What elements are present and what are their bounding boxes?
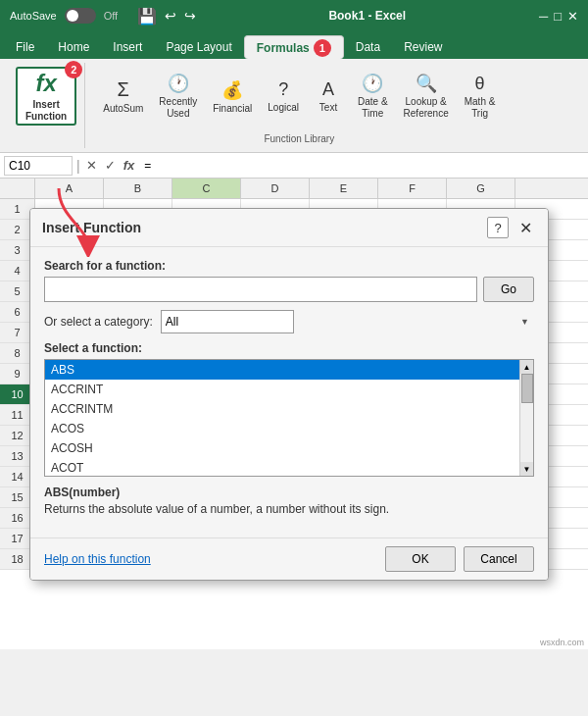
tab-pagelayout[interactable]: Page Layout <box>154 35 243 59</box>
scroll-up-btn[interactable]: ▲ <box>520 360 534 374</box>
scroll-thumb[interactable] <box>521 374 533 403</box>
title-bar-right: ─ □ ✕ <box>539 9 578 24</box>
category-select[interactable]: All Financial Date & Time Math & Trig St… <box>161 310 294 333</box>
lookup-label: Lookup &Reference <box>404 96 449 120</box>
close-btn[interactable]: ✕ <box>567 9 578 24</box>
autosave-label: AutoSave <box>10 10 57 22</box>
dialog-footer-buttons: OK Cancel <box>385 546 534 572</box>
column-header-row: A B C D E F G <box>0 179 588 199</box>
text-button[interactable]: A Text <box>309 67 348 126</box>
go-button[interactable]: Go <box>483 277 534 302</box>
autosum-button[interactable]: Σ AutoSum <box>97 67 149 126</box>
toggle-state-text: Off <box>104 10 118 22</box>
cell-name-box[interactable] <box>4 156 73 176</box>
ok-button[interactable]: OK <box>385 546 456 572</box>
tab-file[interactable]: File <box>4 35 46 59</box>
financial-label: Financial <box>213 103 252 114</box>
confirm-icon[interactable]: ✓ <box>103 158 118 173</box>
text-label: Text <box>319 102 337 113</box>
tab-data[interactable]: Data <box>344 35 392 59</box>
dialog-help-button[interactable]: ? <box>487 217 509 238</box>
scrollbar[interactable]: ▲ ▼ <box>519 360 533 476</box>
dialog-controls: ? ✕ <box>487 217 536 238</box>
datetime-label: Date &Time <box>358 96 388 120</box>
function-label: Select a function: <box>44 341 534 355</box>
title-bar: AutoSave Off 💾 ↩ ↪ Book1 - Excel ─ □ ✕ <box>0 0 588 31</box>
financial-icon: 💰 <box>221 79 243 101</box>
ribbon-content: fx InsertFunction 2 Σ AutoSum 🕐 Recently… <box>0 59 588 153</box>
tab-insert[interactable]: Insert <box>101 35 154 59</box>
cancel-icon[interactable]: ✕ <box>84 158 99 173</box>
ribbon-group-insert-function: fx InsertFunction 2 <box>8 63 85 148</box>
tab-home[interactable]: Home <box>46 35 101 59</box>
math-button[interactable]: θ Math &Trig <box>459 67 502 126</box>
scroll-track <box>521 374 533 462</box>
cancel-button[interactable]: Cancel <box>464 546 534 572</box>
function-item-acot[interactable]: ACOT <box>45 458 519 476</box>
save-icon[interactable]: 💾 <box>137 7 157 26</box>
function-library-buttons: Σ AutoSum 🕐 RecentlyUsed 💰 Financial ? L… <box>97 67 501 126</box>
math-icon: θ <box>475 74 485 94</box>
minimize-btn[interactable]: ─ <box>539 9 548 24</box>
formula-input[interactable] <box>140 157 584 175</box>
insert-function-label: InsertFunction <box>25 99 67 123</box>
function-item-accrintm[interactable]: ACCRINTM <box>45 399 519 419</box>
search-input[interactable] <box>44 277 477 302</box>
recently-used-label: RecentlyUsed <box>159 96 197 120</box>
financial-button[interactable]: 💰 Financial <box>207 67 258 126</box>
ribbon-group-function-library: Σ AutoSum 🕐 RecentlyUsed 💰 Financial ? L… <box>89 63 509 148</box>
function-item-accrint[interactable]: ACCRINT <box>45 380 519 399</box>
title-bar-left: AutoSave Off 💾 ↩ ↪ <box>10 7 196 26</box>
autosave-toggle[interactable] <box>65 8 96 24</box>
datetime-icon: 🕐 <box>362 73 383 94</box>
undo-icon[interactable]: ↩ <box>165 8 176 24</box>
function-item-acosh[interactable]: ACOSH <box>45 438 519 458</box>
function-item-acos[interactable]: ACOS <box>45 419 519 438</box>
col-header-b[interactable]: B <box>104 179 172 198</box>
watermark: wsxdn.com <box>540 638 584 647</box>
formula-bar: | ✕ ✓ fx <box>0 153 588 179</box>
text-icon: A <box>322 79 334 100</box>
function-signature: ABS(number) <box>44 486 120 499</box>
logical-label: Logical <box>268 102 299 113</box>
category-select-wrapper: All Financial Date & Time Math & Trig St… <box>161 310 534 333</box>
tab-formulas[interactable]: Formulas 1 <box>244 35 344 59</box>
logical-button[interactable]: ? Logical <box>262 67 305 126</box>
function-list-container: ABSACCRINTACCRINTMACOSACOSHACOTACOTH ▲ ▼ <box>44 359 534 477</box>
recently-used-button[interactable]: 🕐 RecentlyUsed <box>153 67 203 126</box>
category-label: Or select a category: <box>44 315 153 329</box>
lookup-icon: 🔍 <box>416 73 437 94</box>
ribbon-tab-bar: File Home Insert Page Layout Formulas 1 … <box>0 31 588 59</box>
col-header-c[interactable]: C <box>172 179 241 198</box>
badge-1: 1 <box>314 39 331 57</box>
col-header-g[interactable]: G <box>447 179 515 198</box>
dialog-body: Search for a function: Go Or select a ca… <box>30 247 548 537</box>
help-link[interactable]: Help on this function <box>44 552 151 566</box>
formula-bar-divider: | <box>76 158 80 174</box>
col-header-f[interactable]: F <box>378 179 447 198</box>
fx-large-icon: fx <box>35 70 56 97</box>
redo-icon[interactable]: ↪ <box>184 8 196 24</box>
col-header-e[interactable]: E <box>310 179 378 198</box>
corner-cell <box>0 179 35 198</box>
lookup-button[interactable]: 🔍 Lookup &Reference <box>398 67 455 126</box>
dialog-titlebar: Insert Function ? ✕ <box>30 209 548 247</box>
search-row: Go <box>44 277 534 302</box>
function-library-label: Function Library <box>264 129 334 144</box>
function-list[interactable]: ABSACCRINTACCRINTMACOSACOSHACOTACOTH <box>45 360 519 476</box>
dialog-title: Insert Function <box>42 220 141 235</box>
maximize-btn[interactable]: □ <box>554 9 562 24</box>
insert-function-button[interactable]: fx InsertFunction 2 <box>16 67 76 126</box>
datetime-button[interactable]: 🕐 Date &Time <box>352 67 394 126</box>
insert-function-dialog: Insert Function ? ✕ Search for a functio… <box>29 208 549 581</box>
col-header-d[interactable]: D <box>241 179 310 198</box>
scroll-down-btn[interactable]: ▼ <box>520 462 534 476</box>
tab-review[interactable]: Review <box>392 35 454 59</box>
dialog-footer: Help on this function OK Cancel <box>30 537 548 580</box>
badge-2: 2 <box>65 61 82 78</box>
dialog-close-button[interactable]: ✕ <box>514 217 536 238</box>
autosum-label: AutoSum <box>103 103 143 114</box>
col-header-a[interactable]: A <box>35 179 104 198</box>
function-item-abs[interactable]: ABS <box>45 360 519 380</box>
fx-icon[interactable]: fx <box>122 158 137 173</box>
